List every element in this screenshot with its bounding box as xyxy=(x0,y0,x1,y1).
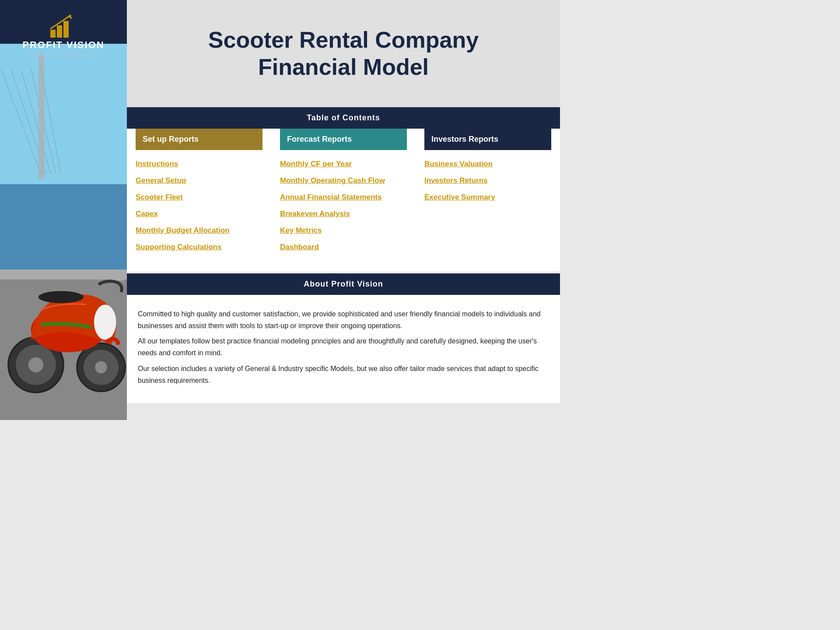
toc-header: Table of Contents xyxy=(127,107,560,129)
toc-column-forecast: Forecast Reports Monthly CF per Year Mon… xyxy=(271,129,416,272)
link-dashboard[interactable]: Dashboard xyxy=(280,242,407,252)
link-key-metrics[interactable]: Key Metrics xyxy=(280,225,407,236)
link-business-valuation[interactable]: Business Valuation xyxy=(424,159,551,169)
about-section: About Profit Vision Committed to high qu… xyxy=(127,273,560,403)
about-body: Committed to high quality and customer s… xyxy=(127,295,560,403)
link-annual-financial[interactable]: Annual Financial Statements xyxy=(280,192,407,203)
link-executive-summary[interactable]: Executive Summary xyxy=(424,192,551,203)
link-general-setup[interactable]: General Setup xyxy=(136,175,262,186)
about-para-3: Our selection includes a variety of Gene… xyxy=(138,363,549,386)
toc-header-investors: Investors Reports xyxy=(424,129,551,150)
link-monthly-cf-year[interactable]: Monthly CF per Year xyxy=(280,159,407,169)
svg-point-22 xyxy=(94,304,116,340)
about-para-2: All our templates follow best practice f… xyxy=(138,335,549,359)
brand-sub: FINANCIAL SERVICES xyxy=(26,52,101,58)
toc-header-setup: Set up Reports xyxy=(136,129,262,150)
page-title: Scooter Rental Company Financial Model xyxy=(208,26,479,81)
link-supporting-calc[interactable]: Supporting Calculations xyxy=(136,242,262,252)
link-monthly-operating-cf[interactable]: Monthly Operating Cash Flow xyxy=(280,175,407,186)
toc-section: Table of Contents Set up Reports Instruc… xyxy=(127,107,560,272)
brand-name: PROFIT VISION xyxy=(22,39,104,51)
svg-rect-13 xyxy=(0,270,127,280)
hero-section: Scooter Rental Company Financial Model xyxy=(127,0,560,107)
svg-rect-0 xyxy=(50,30,56,38)
svg-rect-1 xyxy=(57,25,62,38)
link-instructions[interactable]: Instructions xyxy=(136,159,262,169)
svg-rect-23 xyxy=(115,276,124,280)
main-content: Scooter Rental Company Financial Model T… xyxy=(127,0,560,420)
svg-point-19 xyxy=(95,361,107,374)
toc-column-investors: Investors Reports Business Valuation Inv… xyxy=(416,129,560,272)
link-capex[interactable]: Capex xyxy=(136,209,262,219)
toc-columns: Set up Reports Instructions General Setu… xyxy=(127,129,560,272)
about-para-1: Committed to high quality and customer s… xyxy=(138,308,549,332)
toc-header-forecast: Forecast Reports xyxy=(280,129,407,150)
toc-column-setup: Set up Reports Instructions General Setu… xyxy=(127,129,271,272)
svg-point-21 xyxy=(38,291,84,303)
link-breakeven[interactable]: Breakeven Analysis xyxy=(280,209,407,219)
svg-rect-2 xyxy=(63,21,69,38)
sidebar: PROFIT VISION FINANCIAL SERVICES xyxy=(0,0,127,420)
link-monthly-budget[interactable]: Monthly Budget Allocation xyxy=(136,225,262,236)
logo-icon xyxy=(48,13,79,39)
about-header: About Profit Vision xyxy=(127,273,560,295)
logo-area: PROFIT VISION FINANCIAL SERVICES xyxy=(22,13,104,58)
scooter-photo xyxy=(0,44,127,420)
link-investors-returns[interactable]: Investors Returns xyxy=(424,175,551,186)
svg-point-16 xyxy=(28,357,43,372)
link-scooter-fleet[interactable]: Scooter Fleet xyxy=(136,192,262,203)
svg-rect-11 xyxy=(38,54,45,179)
